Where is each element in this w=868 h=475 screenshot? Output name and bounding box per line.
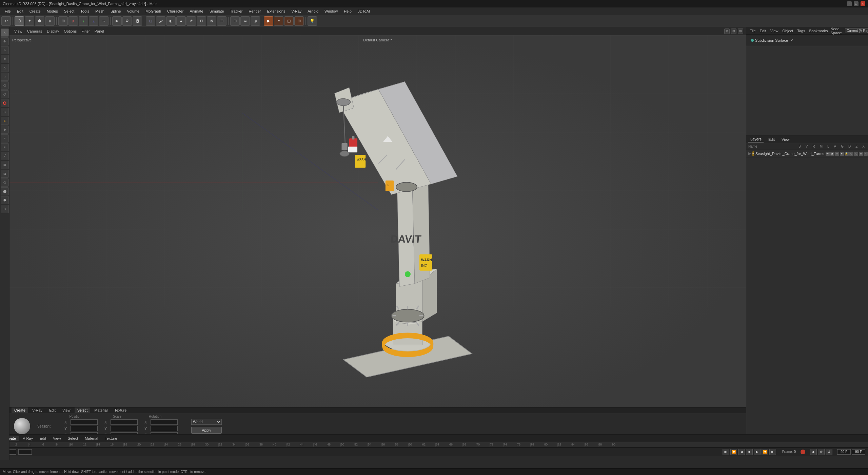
timeline-tab-select[interactable]: Select [65,436,81,441]
sidebar-tool-13[interactable]: ≡ [1,134,9,142]
apply-button[interactable]: Apply [191,427,222,434]
icon-exp[interactable]: ↗ [864,152,868,156]
sidebar-tool-16[interactable]: ⊞ [1,161,9,169]
menu-item-edit[interactable]: Edit [14,8,26,14]
edit-mode-button[interactable]: ✦ [25,16,34,26]
menu-item-arnold[interactable]: Arnold [305,8,321,14]
icon-render[interactable]: ⊙ [835,152,839,156]
axis-y-button[interactable]: Y [79,16,88,26]
sidebar-tool-18[interactable]: ⬡ [1,178,9,187]
current-frame-input[interactable] [837,449,851,455]
sidebar-tool-rotate[interactable]: ↻ [1,55,9,63]
timeline-tab-material[interactable]: Material [82,436,101,441]
transfer-button[interactable]: ≋ [240,16,250,26]
paint-button[interactable]: 🖌 [156,16,165,26]
viewport-menu-panel[interactable]: Panel [93,28,106,34]
timeline-tab-vray[interactable]: V-Ray [20,436,36,441]
maximize-button[interactable]: □ [854,1,859,6]
axis-x-button[interactable]: X [68,16,78,26]
rot-y-input[interactable] [151,426,178,431]
node-menu-object[interactable]: Object [781,28,794,33]
sidebar-tool-19[interactable]: ⬤ [1,187,9,195]
menu-item-window[interactable]: Window [322,8,340,14]
sidebar-tool-move[interactable]: ✛ [1,37,9,45]
node-menu-tags[interactable]: Tags [796,28,806,33]
prop-tab-vray[interactable]: V-Ray [29,407,45,413]
world-select[interactable]: World [191,419,222,425]
menu-item-help[interactable]: Help [341,8,354,14]
sidebar-tool-8[interactable]: ⬡ [1,90,9,98]
node-menu-file[interactable]: File [748,28,757,33]
node-menu-bookmarks[interactable]: Bookmarks [808,28,829,33]
menu-item-tools[interactable]: Tools [78,8,92,14]
sidebar-tool-6[interactable]: ◇ [1,73,9,81]
icon-deform[interactable]: ⊞ [859,152,863,156]
viewport-icon-1[interactable]: ⊞ [724,28,730,34]
node-menu-view[interactable]: View [769,28,780,33]
sidebar-tool-15[interactable]: ╱ [1,152,9,160]
viewport-canvas[interactable]: DAVIT WARN ING [9,35,746,434]
scale-x-input[interactable] [111,419,138,425]
sidebar-tool-14[interactable]: ≡ [1,143,9,151]
menu-item-file[interactable]: File [2,8,14,14]
menu-item-spline[interactable]: Spline [108,8,124,14]
vray-light-button[interactable]: ☀ [186,16,196,26]
layers-tab[interactable]: Layers [748,136,764,142]
pos-x-input[interactable] [71,419,98,425]
cube-button[interactable]: ◻ [146,16,155,26]
viewport-menu-cameras[interactable]: Cameras [25,28,44,34]
menu-item-character[interactable]: Character [164,8,186,14]
view-tab[interactable]: View [780,137,792,142]
sidebar-tool-12[interactable]: ⊕ [1,126,9,134]
sculpt-button[interactable]: ◐ [166,16,176,26]
scale-y-input[interactable] [111,426,138,431]
goto-end-button[interactable]: ⏭ [769,449,776,455]
play-reverse-button[interactable]: ◀ [738,449,745,455]
axis-z-button[interactable]: Z [89,16,98,26]
icon-lock[interactable]: 🔒 [845,152,849,156]
menu-item-extensions[interactable]: Extensions [264,8,288,14]
goto-start-button[interactable]: ⏮ [723,449,729,455]
new-button[interactable]: ⊞ [58,16,68,26]
vray-settings-button[interactable]: ≡ [274,16,283,26]
sidebar-tool-20[interactable]: ⬢ [1,196,9,204]
render-active-button[interactable]: ▶ [112,16,122,26]
light-icon-button[interactable]: 💡 [308,16,317,26]
sculpt-mode-button[interactable]: ◈ [45,16,55,26]
edge-snap-button[interactable]: ⊡ [217,16,226,26]
icon-cam[interactable]: ▣ [830,152,834,156]
sidebar-tool-scale[interactable]: ⤡ [1,46,9,54]
icon-eye[interactable]: 👁 [826,152,830,156]
vray-render-button[interactable]: ▶ [264,16,273,26]
menu-item-simulate[interactable]: Simulate [207,8,227,14]
sidebar-tool-select[interactable]: ↖ [1,28,9,37]
sidebar-tool-7[interactable]: ⬡ [1,81,9,90]
render-view-button[interactable]: 🖼 [133,16,142,26]
vray-sphere-button[interactable]: ● [176,16,186,26]
menu-item-mograph[interactable]: MoGraph [143,8,164,14]
menu-item-modes[interactable]: Modes [44,8,61,14]
object-mode-button[interactable]: ⬡ [15,16,24,26]
viewport-icon-2[interactable]: ⊡ [731,28,736,34]
sidebar-tool-17[interactable]: ⊡ [1,170,9,178]
max-frame-input[interactable] [852,449,865,455]
scene-row-0[interactable]: ▶ F Seasight_Davits_Crane_for_Wind_Farms… [746,150,868,157]
timeline-tab-texture[interactable]: Texture [102,436,120,441]
menu-item-select[interactable]: Select [61,8,77,14]
menu-item-v-ray[interactable]: V-Ray [289,8,304,14]
timeline-tab-view[interactable]: View [50,436,64,441]
stop-button[interactable]: ■ [746,449,753,455]
prop-tab-create[interactable]: Create [12,407,28,413]
end-frame-input[interactable]: 0 F [18,449,32,455]
viewport-menu-display[interactable]: Display [45,28,61,34]
prop-tab-edit[interactable]: Edit [46,407,58,413]
vray-batch-button[interactable]: ⊞ [294,16,304,26]
rot-x-input[interactable] [151,419,178,425]
node-space-select[interactable]: Current (V-Ray) [845,28,868,33]
viewport[interactable]: View Cameras Display Options Filter Pane… [9,27,746,434]
menu-item-render[interactable]: Render [246,8,263,14]
next-frame-button[interactable]: ⏩ [762,449,768,455]
edit-tab[interactable]: Edit [766,137,777,142]
subdivision-surface-item[interactable]: Subdivision Surface ✓ [749,37,865,44]
menu-item-mesh[interactable]: Mesh [93,8,107,14]
